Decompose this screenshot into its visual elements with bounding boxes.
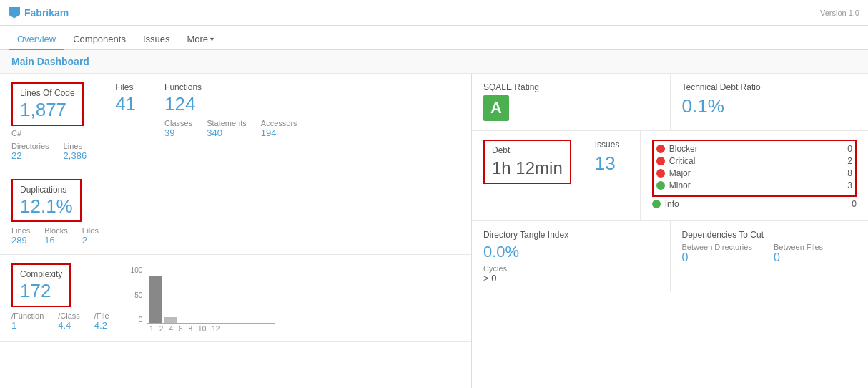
header-left: Fabrikam — [9, 7, 69, 19]
issues-label: Issues — [595, 140, 628, 150]
functions-value: 124 — [164, 94, 297, 115]
deps-block: Dependencies To Cut Between Directories … — [671, 221, 869, 292]
debt-label: Debt — [492, 145, 563, 155]
x-label-2: 2 — [159, 325, 164, 333]
issue-critical: Critical 2 — [656, 156, 852, 166]
tech-debt-block: Technical Debt Ratio 0.1% — [671, 74, 869, 130]
debt-block: Debt 1h 12min — [472, 131, 583, 220]
nav-bar: Overview Components Issues More ▾ — [0, 26, 868, 50]
sqale-block: SQALE Rating A — [472, 74, 671, 130]
minor-dot — [656, 181, 665, 190]
issues-list-block: Blocker 0 Critical 2 Major 8 — [641, 131, 868, 220]
deps-label: Dependencies To Cut — [682, 230, 857, 240]
comp-label: Complexity — [20, 269, 62, 279]
info-dot — [652, 200, 661, 208]
cycles-value: > 0 — [483, 273, 659, 283]
statements-value: 340 — [207, 127, 247, 138]
critical-label: Critical — [669, 156, 838, 166]
deps-between-files: Between Files 0 — [774, 243, 823, 264]
statements-label: Statements — [207, 119, 247, 127]
main-content: Lines Of Code 1,877 C# Directories 22 Li… — [0, 74, 868, 388]
complexity-section: Complexity 172 /Function 1 /Class 4.4 — [0, 255, 471, 342]
chart-y-max: 100 — [131, 266, 143, 274]
comp-file-label: /File — [94, 311, 109, 320]
dup-value: 12.1% — [20, 196, 73, 217]
header: Fabrikam Version 1.0 — [0, 0, 868, 26]
dup-label: Duplications — [20, 185, 73, 195]
cycles-label: Cycles — [483, 264, 659, 273]
blocker-dot — [656, 145, 665, 153]
x-label-6: 6 — [179, 325, 183, 333]
comp-func-value: 1 — [11, 320, 44, 331]
loc-sublabel: C# — [11, 129, 87, 137]
nav-item-components[interactable]: Components — [64, 29, 134, 50]
dup-blocks-value: 16 — [44, 235, 67, 246]
dup-lines-value: 289 — [11, 235, 30, 246]
bar-2 — [164, 317, 177, 323]
x-label-10: 10 — [198, 325, 206, 333]
lines-of-code-box: Lines Of Code 1,877 C# Directories 22 Li… — [11, 82, 87, 161]
dup-files-label: Files — [82, 226, 99, 235]
classes-value: 39 — [164, 127, 192, 138]
logo[interactable]: Fabrikam — [9, 7, 69, 19]
issue-info: Info 0 — [652, 199, 857, 209]
chevron-down-icon: ▾ — [210, 35, 214, 43]
loc-value: 1,877 — [20, 100, 75, 120]
nav-item-more[interactable]: More ▾ — [178, 29, 222, 50]
logo-icon — [9, 7, 20, 19]
duplications-section: Duplications 12.1% Lines 289 Blocks 16 F… — [0, 170, 471, 256]
deps-between-dirs: Between Directories 0 — [682, 243, 752, 264]
accessors-value: 194 — [261, 127, 297, 138]
classes-label: Classes — [164, 119, 192, 127]
chart-y-mid: 50 — [131, 291, 143, 299]
accessors-label: Accessors — [261, 119, 297, 127]
between-dirs-label: Between Directories — [682, 243, 752, 251]
comp-value: 172 — [20, 281, 62, 301]
functions-block: Functions 124 Classes 39 Statements 340 … — [164, 82, 297, 138]
blocker-label: Blocker — [669, 144, 838, 154]
tech-debt-label: Technical Debt Ratio — [682, 82, 857, 92]
lines-value-sub: 2,386 — [64, 150, 87, 161]
files-value: 41 — [115, 94, 136, 115]
tangle-value: 0.0% — [483, 243, 659, 261]
chart-y-min: 0 — [131, 316, 143, 324]
nav-item-issues[interactable]: Issues — [134, 29, 179, 50]
nav-item-overview[interactable]: Overview — [9, 29, 64, 50]
dup-blocks-label: Blocks — [44, 226, 67, 235]
tangle-block: Directory Tangle Index 0.0% Cycles > 0 — [472, 221, 671, 292]
info-count: 0 — [847, 199, 857, 209]
x-label-8: 8 — [189, 325, 193, 333]
page-title: Main Dashboard — [11, 56, 89, 67]
complexity-chart: 100 50 0 — [131, 266, 276, 333]
comp-file-value: 4.2 — [94, 320, 109, 331]
sqale-badge: A — [483, 95, 509, 121]
directories-value: 22 — [11, 150, 49, 161]
info-label: Info — [665, 199, 842, 209]
right-panel: SQALE Rating A Technical Debt Ratio 0.1%… — [472, 74, 868, 388]
dup-lines-label: Lines — [11, 226, 30, 235]
loc-label: Lines Of Code — [20, 88, 75, 98]
comp-class-value: 4.4 — [58, 320, 80, 331]
between-files-value: 0 — [774, 251, 823, 264]
version-text: Version 1.0 — [820, 9, 859, 17]
tech-debt-value: 0.1% — [682, 95, 857, 117]
major-dot — [656, 169, 665, 178]
critical-count: 2 — [842, 156, 852, 166]
directories-label: Directories — [11, 142, 49, 150]
functions-label: Functions — [164, 82, 297, 92]
minor-label: Minor — [669, 180, 838, 190]
x-label-4: 4 — [169, 325, 173, 333]
lines-label-sub: Lines — [64, 142, 87, 150]
critical-dot — [656, 157, 665, 165]
major-count: 8 — [842, 168, 852, 178]
lines-of-code-section: Lines Of Code 1,877 C# Directories 22 Li… — [0, 74, 471, 170]
between-dirs-value: 0 — [682, 251, 752, 264]
comp-class-label: /Class — [58, 311, 80, 320]
bar-1 — [149, 276, 162, 323]
minor-count: 3 — [842, 180, 852, 190]
issue-minor: Minor 3 — [656, 180, 852, 190]
bottom-right-row: Directory Tangle Index 0.0% Cycles > 0 D… — [472, 221, 868, 292]
issue-major: Major 8 — [656, 168, 852, 178]
between-files-label: Between Files — [774, 243, 823, 251]
files-block: Files 41 — [115, 82, 136, 115]
